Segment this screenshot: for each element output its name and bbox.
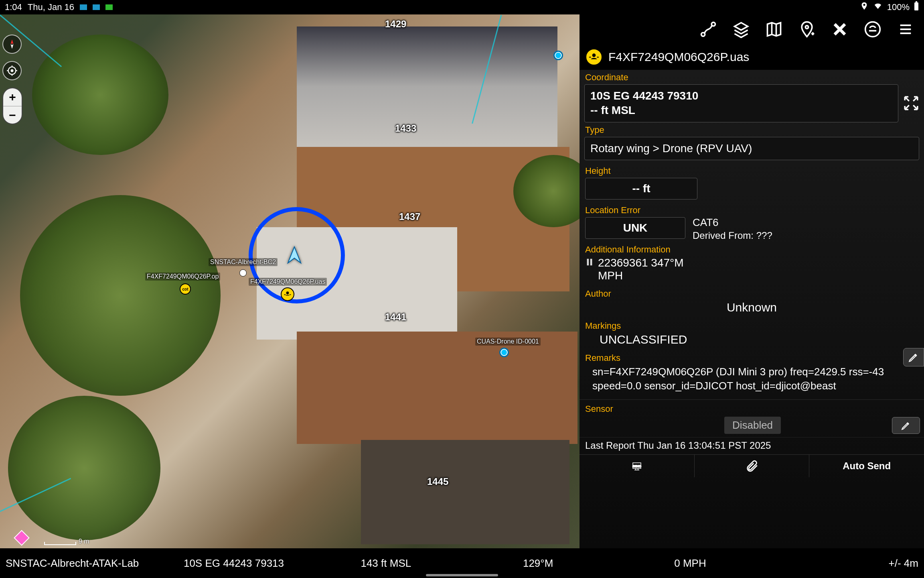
location-error-derived: Derived From: ??? (693, 229, 772, 242)
maps-icon[interactable] (763, 18, 785, 41)
svg-point-9 (592, 53, 596, 57)
notif-chip-icon (80, 4, 87, 10)
label-author: Author (580, 286, 924, 299)
svg-point-8 (865, 22, 880, 37)
wifi-icon (873, 2, 883, 13)
svg-rect-1 (916, 1, 917, 2)
markings-value: UNCLASSIFIED (580, 331, 924, 350)
svg-point-7 (805, 26, 808, 28)
coordinate-mgrs: 10S EG 44243 79310 (590, 89, 892, 103)
zoom-in-button[interactable]: + (3, 88, 22, 106)
marker-uas-icon[interactable] (281, 287, 294, 301)
height-value: -- ft (632, 182, 650, 195)
type-field[interactable]: Rotary wing > Drone (RPV UAV) (584, 137, 919, 160)
expand-pan-icon[interactable] (901, 84, 922, 122)
last-report: Last Report Thu Jan 16 13:04:51 PST 2025 (580, 437, 924, 454)
auto-send-label: Auto Send (843, 460, 891, 472)
location-icon (860, 2, 869, 13)
object-type-icon[interactable] (585, 48, 603, 66)
send-button[interactable]: SEND (580, 455, 695, 477)
object-title: F4XF7249QM06Q26P.uas (608, 50, 749, 64)
map-scale-label: 9 m (79, 538, 89, 545)
location-error-value: UNK (623, 222, 648, 234)
android-nav-handle[interactable] (426, 574, 498, 576)
label-location-error: Location Error (580, 203, 924, 216)
location-error-category: CAT6 (693, 216, 772, 230)
close-icon[interactable] (829, 18, 851, 41)
route-tool-icon[interactable] (697, 18, 719, 41)
height-button[interactable]: -- ft (585, 178, 697, 199)
android-status-bar: 1:04 Thu, Jan 16 100% (0, 0, 924, 14)
location-error-button[interactable]: UNK (585, 217, 685, 239)
marker-track-icon[interactable] (553, 51, 563, 60)
layers-icon[interactable] (730, 18, 752, 41)
status-time: 1:04 (5, 2, 22, 12)
action-row: SEND Auto Send (580, 454, 924, 477)
sensor-status[interactable]: Disabled (724, 417, 781, 434)
notif-chip-icon (105, 4, 113, 10)
battery-text: 100% (887, 2, 910, 12)
svg-point-5 (701, 33, 705, 36)
pause-icon[interactable] (585, 256, 594, 271)
svg-point-2 (286, 291, 289, 294)
panel-scroll[interactable]: Coordinate 10S EG 44243 79310 -- ft MSL … (580, 70, 924, 548)
zoom-out-button[interactable]: − (3, 106, 22, 124)
edit-sensor-button[interactable] (892, 417, 920, 434)
svg-rect-10 (587, 259, 589, 266)
add-marker-icon[interactable] (796, 18, 818, 41)
battery-icon (914, 1, 919, 13)
zoom-control: + − (2, 88, 22, 124)
bottom-status-bar: SNSTAC-Albrecht-ATAK-Lab 10S EG 44243 79… (0, 548, 924, 578)
additional-line2: MPH (598, 269, 684, 282)
label-remarks: Remarks (580, 350, 924, 363)
label-height: Height (580, 163, 924, 176)
marker-waypoint-icon[interactable] (14, 530, 30, 546)
svg-point-4 (11, 70, 13, 72)
marker-op-icon[interactable]: cot (180, 283, 191, 295)
svg-rect-11 (590, 259, 592, 266)
coordinate-alt: -- ft MSL (590, 103, 892, 118)
remarks-text: sn=F4XF7249QM06Q26P (DJI Mini 3 pro) fre… (580, 363, 924, 398)
map-scale: 9 m (44, 538, 89, 545)
compass-button[interactable] (2, 35, 22, 54)
auto-send-button[interactable]: Auto Send (809, 455, 924, 477)
label-coordinate: Coordinate (580, 70, 924, 83)
bb-accuracy[interactable]: +/- 4m (766, 557, 918, 570)
object-header: F4XF7249QM06Q26P.uas (580, 44, 924, 70)
status-date: Thu, Jan 16 (28, 2, 74, 12)
locate-self-button[interactable] (2, 61, 22, 80)
tak-logo-icon[interactable] (861, 18, 884, 41)
bb-callsign[interactable]: SNSTAC-Albrecht-ATAK-Lab (6, 557, 158, 570)
svg-rect-0 (914, 2, 918, 10)
top-toolbar (580, 14, 924, 44)
label-type: Type (580, 125, 924, 135)
marker-cuas-icon[interactable] (499, 348, 509, 357)
label-markings: Markings (580, 318, 924, 331)
bb-alt[interactable]: 143 ft MSL (310, 557, 462, 570)
svg-text:SEND: SEND (632, 464, 641, 468)
author-value: Unknown (580, 299, 924, 318)
label-sensor: Sensor (580, 401, 924, 414)
bb-heading[interactable]: 129°M (462, 557, 614, 570)
hamburger-menu-icon[interactable] (894, 18, 917, 41)
additional-line1: 22369361 347°M (598, 256, 684, 269)
attachment-button[interactable] (695, 455, 810, 477)
map-canvas[interactable]: 1429 1433 1437 1441 1445 SNSTAC-Albrecht… (0, 14, 580, 548)
coordinate-field[interactable]: 10S EG 44243 79310 -- ft MSL (584, 84, 898, 122)
bb-speed[interactable]: 0 MPH (614, 557, 766, 570)
type-value: Rotary wing > Drone (RPV UAV) (590, 142, 752, 155)
notif-chip-icon (93, 4, 100, 10)
edit-remarks-button[interactable] (903, 348, 924, 366)
marker-self-dot[interactable] (239, 269, 247, 277)
label-additional-info: Additional Information (580, 242, 924, 255)
svg-point-6 (711, 22, 715, 26)
bb-mgrs[interactable]: 10S EG 44243 79313 (158, 557, 310, 570)
detail-panel: F4XF7249QM06Q26P.uas Coordinate 10S EG 4… (580, 14, 924, 548)
